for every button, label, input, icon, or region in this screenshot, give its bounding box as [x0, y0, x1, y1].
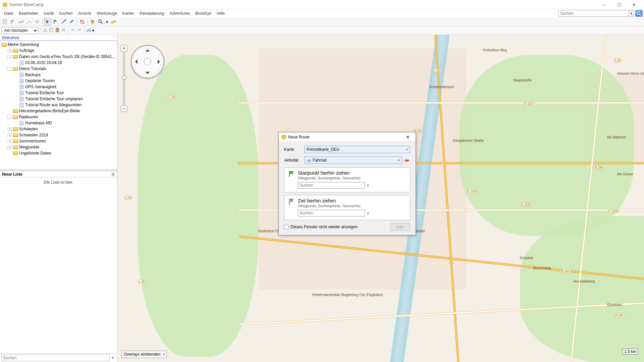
map-combo[interactable]: Freizeitkarte_DEU [304, 146, 410, 153]
tree-expander[interactable]: - [7, 55, 12, 59]
pan-center-button[interactable] [144, 58, 151, 65]
top-search-input[interactable] [558, 10, 629, 17]
tool-measure-button[interactable] [110, 18, 117, 25]
dialog-titlebar[interactable]: Neue Route ✕ [279, 132, 416, 142]
start-clear-button[interactable]: x [367, 183, 369, 188]
tree-item[interactable]: Ungelistete Daten [0, 150, 117, 156]
tree-expander[interactable]: - [7, 67, 12, 71]
map-canvas[interactable]: HauptstraßeKönigsborner StraßeBiederitze… [117, 35, 644, 362]
new-birdseye-button[interactable] [34, 18, 41, 25]
tree-expander[interactable]: + [7, 139, 12, 143]
pan-east-button[interactable] [158, 59, 162, 64]
tree-expander[interactable]: - [7, 115, 12, 119]
pan-compass[interactable] [131, 45, 164, 78]
svg-rect-31 [290, 199, 291, 200]
menu-ansicht[interactable]: Ansicht [75, 10, 94, 16]
dialog-close-button[interactable]: ✕ [403, 134, 413, 140]
tool-zoom-dropdown[interactable]: ▾ [105, 18, 109, 25]
tree-item[interactable]: Geplante Touren [0, 78, 117, 84]
tool-line-button[interactable] [60, 18, 67, 25]
start-drop-area[interactable]: Startpunkt hierhin ziehen (Wegpunkt, Suc… [284, 167, 410, 192]
library-header[interactable]: Bibliothek ˄ [0, 35, 117, 41]
zoom-out-button[interactable]: − [121, 105, 127, 112]
tree-item[interactable]: +Aufträge [0, 48, 117, 54]
dest-drop-area[interactable]: Ziel hierhin ziehen (Wegpunkt, Suchergeb… [284, 195, 410, 220]
tool-erase-button[interactable] [78, 18, 86, 25]
close-button[interactable]: ✕ [627, 0, 641, 9]
tree-item[interactable]: Heruntergeladene BirdsEye-Bilder [0, 108, 117, 114]
tree-item[interactable]: -Radtouren [0, 114, 117, 120]
dont-show-checkbox[interactable] [284, 225, 288, 229]
activity-profile-button[interactable] [86, 27, 92, 34]
tree-item[interactable]: 03.06.2020 15:04:18 [0, 60, 117, 66]
copy-button[interactable] [49, 27, 54, 34]
zoom-thumb[interactable] [122, 76, 127, 79]
menu-adventures[interactable]: Adventures [167, 10, 193, 16]
menu-suchen[interactable]: Suchen [56, 10, 75, 16]
activity-combo[interactable]: Fahrrad [304, 157, 402, 164]
tree-expander[interactable]: + [7, 133, 12, 137]
start-search-input[interactable] [298, 182, 365, 189]
collapse-icon[interactable]: ˄ [113, 36, 115, 40]
new-list-button[interactable] [1, 18, 9, 25]
menu-datei[interactable]: Datei [1, 10, 16, 16]
cut-button[interactable] [43, 27, 48, 34]
activity-profile-dropdown[interactable]: ▾ [92, 28, 96, 33]
zoom-slider[interactable]: + − [120, 45, 128, 112]
zoom-track[interactable] [123, 52, 125, 105]
tool-hand-button[interactable] [89, 18, 96, 25]
tree-root[interactable]: Meine Sammlung [0, 42, 117, 48]
menu-bearbeiten[interactable]: Bearbeiten [16, 10, 41, 16]
new-track-button[interactable] [25, 18, 33, 25]
bottom-search-input[interactable] [1, 355, 110, 361]
pan-west-button[interactable] [133, 59, 138, 64]
gear-icon[interactable]: ⚙ [111, 172, 115, 177]
tree-expander[interactable]: + [7, 49, 12, 53]
minimize-button[interactable]: ─ [597, 0, 612, 9]
tree-item[interactable]: +Wegpunkte [0, 144, 117, 150]
delete-button[interactable] [61, 27, 66, 34]
menu-reiseplanung[interactable]: Reiseplanung [137, 10, 167, 16]
pan-north-button[interactable] [145, 47, 150, 52]
tree-item[interactable]: +Schweden 2019 [0, 132, 117, 138]
tool-zoom-button[interactable] [97, 18, 104, 25]
activity-options-button[interactable] [404, 157, 410, 164]
tree-item[interactable]: +Schweden [0, 126, 117, 132]
menu-geraet[interactable]: Gerät [41, 10, 56, 16]
tree-expander[interactable]: + [7, 145, 12, 149]
new-waypoint-button[interactable] [9, 18, 17, 25]
tree-item[interactable]: -Demo Tutorials [0, 66, 117, 72]
top-search-go-button[interactable] [635, 10, 643, 17]
pan-south-button[interactable] [145, 72, 150, 76]
menu-birdseye[interactable]: BirdsEye [193, 10, 214, 16]
tree-item[interactable]: Backups [0, 72, 117, 78]
paste-button[interactable] [55, 27, 60, 34]
tree-item[interactable]: -Daten vom Gerät eTrex Touch 25t (Geräte… [0, 54, 117, 60]
tool-pencil-button[interactable] [68, 18, 75, 25]
tree-item[interactable]: Homebase MD [0, 120, 117, 126]
go-button[interactable]: Los [390, 223, 410, 231]
tool-waypoint-green-button[interactable] [52, 18, 59, 25]
redo-button[interactable] [76, 27, 82, 34]
dest-clear-button[interactable]: x [367, 211, 369, 216]
filter-icon[interactable]: ▾ [110, 356, 116, 360]
library-tree[interactable]: Meine Sammlung +Aufträge-Daten vom Gerät… [0, 41, 117, 170]
dest-search-input[interactable] [298, 210, 365, 217]
top-search-dropdown[interactable]: ▾ [629, 10, 634, 17]
maximize-button[interactable]: ☐ [612, 0, 627, 9]
detail-level-select[interactable]: Am höchsten [1, 27, 38, 34]
tool-select-button[interactable] [44, 18, 51, 25]
overlay-select[interactable]: Overlays einblenden [121, 351, 167, 358]
zoom-in-button[interactable]: + [121, 45, 127, 52]
tree-item[interactable]: Tutorial Einfache Tour umplanen [0, 96, 117, 102]
tree-item[interactable]: Tutorial Einfache Tour [0, 90, 117, 96]
undo-button[interactable] [70, 27, 76, 34]
menu-werkzeuge[interactable]: Werkzeuge [94, 10, 119, 16]
tree-item[interactable]: +Sommertouren [0, 138, 117, 144]
menu-karten[interactable]: Karten [120, 10, 137, 16]
menu-hilfe[interactable]: Hilfe [214, 10, 227, 16]
tree-item[interactable]: Tutorial Route aus Wegpunkten [0, 102, 117, 108]
tree-item[interactable]: GPS Genauigkeit [0, 84, 117, 90]
tree-expander[interactable]: + [7, 127, 12, 131]
new-route-button[interactable] [17, 18, 25, 25]
